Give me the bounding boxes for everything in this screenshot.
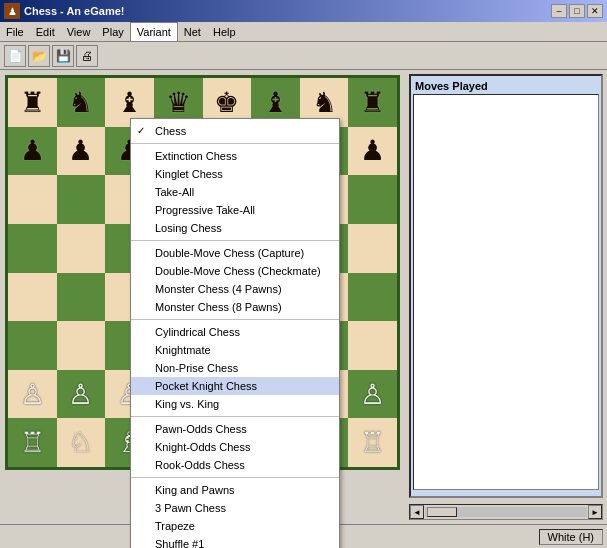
main-content: ♜♞♝♛♚♝♞♜♟♟♟♟♟♟♟♟♙♙♙♙♙♙♙♙♖♘♗♕♔♗♘♖ Moves P… [0,70,607,524]
board-cell[interactable] [8,321,57,370]
board-cell[interactable]: ♘ [57,418,106,467]
dropdown-section: Chess [131,119,339,144]
dropdown-item[interactable]: Kinglet Chess [131,165,339,183]
dropdown-item[interactable]: Extinction Chess [131,147,339,165]
menu-edit[interactable]: Edit [30,22,61,41]
board-cell[interactable] [57,175,106,224]
scroll-thumb[interactable] [427,507,457,517]
menu-view[interactable]: View [61,22,97,41]
board-cell[interactable] [57,321,106,370]
dropdown-item[interactable]: Monster Chess (4 Pawns) [131,280,339,298]
moves-panel: Moves Played [409,74,603,498]
dropdown-item[interactable]: Take-All [131,183,339,201]
board-cell[interactable]: ♖ [348,418,397,467]
dropdown-section: Cylindrical ChessKnightmateNon-Prise Che… [131,320,339,417]
board-cell[interactable]: ♙ [348,370,397,419]
dropdown-item[interactable]: Progressive Take-All [131,201,339,219]
menu-help[interactable]: Help [207,22,242,41]
close-button[interactable]: ✕ [587,4,603,18]
window-controls: – □ ✕ [551,4,603,18]
menu-variant[interactable]: Variant [130,22,178,41]
scroll-track[interactable] [425,507,587,517]
variant-dropdown: ChessExtinction ChessKinglet ChessTake-A… [130,118,340,548]
maximize-button[interactable]: □ [569,4,585,18]
board-cell[interactable] [348,321,397,370]
window-title: Chess - An eGame! [24,5,124,17]
dropdown-section: King and Pawns3 Pawn ChessTrapezeShuffle… [131,478,339,548]
board-cell[interactable]: ♖ [8,418,57,467]
status-text: White (H) [539,529,603,545]
minimize-button[interactable]: – [551,4,567,18]
dropdown-item[interactable]: Monster Chess (8 Pawns) [131,298,339,316]
moves-content [413,94,599,490]
menu-file[interactable]: File [0,22,30,41]
board-cell[interactable]: ♜ [348,78,397,127]
board-cell[interactable] [348,224,397,273]
scroll-left-button[interactable]: ◄ [410,505,424,519]
moves-title: Moves Played [413,78,599,94]
board-cell[interactable] [57,224,106,273]
board-cell[interactable] [8,273,57,322]
dropdown-item[interactable]: Trapeze [131,517,339,535]
dropdown-item[interactable]: King and Pawns [131,481,339,499]
right-panel: Moves Played ◄ ► [405,70,607,524]
board-cell[interactable]: ♟ [57,127,106,176]
board-cell[interactable] [348,175,397,224]
dropdown-item[interactable]: King vs. King [131,395,339,413]
print-button[interactable]: 🖨 [76,45,98,67]
dropdown-section: Pawn-Odds ChessKnight-Odds ChessRook-Odd… [131,417,339,478]
board-cell[interactable] [57,273,106,322]
dropdown-item[interactable]: Knightmate [131,341,339,359]
dropdown-item[interactable]: Losing Chess [131,219,339,237]
dropdown-item[interactable]: Cylindrical Chess [131,323,339,341]
toolbar: 📄 📂 💾 🖨 [0,42,607,70]
dropdown-item[interactable]: Double-Move Chess (Checkmate) [131,262,339,280]
board-cell[interactable]: ♟ [348,127,397,176]
save-button[interactable]: 💾 [52,45,74,67]
board-cell[interactable]: ♟ [8,127,57,176]
dropdown-item[interactable]: 3 Pawn Chess [131,499,339,517]
board-cell[interactable]: ♙ [8,370,57,419]
dropdown-item[interactable]: Chess [131,122,339,140]
board-cell[interactable]: ♙ [57,370,106,419]
dropdown-section: Extinction ChessKinglet ChessTake-AllPro… [131,144,339,241]
menu-play[interactable]: Play [96,22,129,41]
horizontal-scrollbar[interactable]: ◄ ► [409,504,603,520]
board-cell[interactable] [348,273,397,322]
dropdown-item[interactable]: Non-Prise Chess [131,359,339,377]
title-bar: ♟ Chess - An eGame! – □ ✕ [0,0,607,22]
dropdown-item[interactable]: Knight-Odds Chess [131,438,339,456]
dropdown-item[interactable]: Pawn-Odds Chess [131,420,339,438]
board-cell[interactable] [8,175,57,224]
dropdown-section: Double-Move Chess (Capture)Double-Move C… [131,241,339,320]
dropdown-item[interactable]: Pocket Knight Chess [131,377,339,395]
board-cell[interactable]: ♜ [8,78,57,127]
board-cell[interactable]: ♞ [57,78,106,127]
dropdown-item[interactable]: Double-Move Chess (Capture) [131,244,339,262]
dropdown-item[interactable]: Rook-Odds Chess [131,456,339,474]
app-icon: ♟ [4,3,20,19]
scroll-right-button[interactable]: ► [588,505,602,519]
menu-net[interactable]: Net [178,22,207,41]
open-button[interactable]: 📂 [28,45,50,67]
dropdown-item[interactable]: Shuffle #1 [131,535,339,548]
board-cell[interactable] [8,224,57,273]
menu-bar: File Edit View Play Variant Net Help [0,22,607,42]
new-button[interactable]: 📄 [4,45,26,67]
